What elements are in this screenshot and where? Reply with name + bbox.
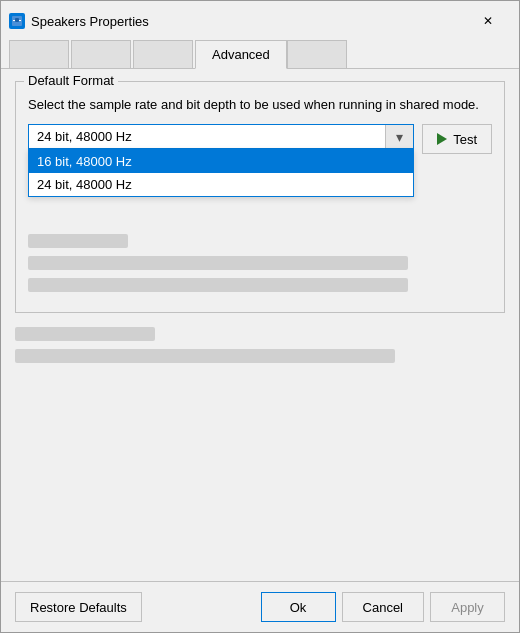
test-label: Test — [453, 132, 477, 147]
select-container: 24 bit, 48000 Hz ▾ 16 bit, 48000 Hz 24 b… — [28, 124, 414, 149]
title-bar-controls: ✕ — [465, 7, 511, 35]
play-icon — [437, 133, 447, 145]
test-button[interactable]: Test — [422, 124, 492, 154]
placeholder-bar-4 — [15, 327, 155, 341]
tab-1[interactable] — [9, 40, 69, 69]
placeholder-bar-2 — [28, 256, 408, 270]
select-value: 24 bit, 48000 Hz — [37, 129, 413, 144]
cancel-button[interactable]: Cancel — [342, 592, 424, 622]
description-text: Select the sample rate and bit depth to … — [28, 96, 492, 114]
svg-rect-2 — [15, 18, 19, 22]
group-legend: Default Format — [24, 73, 118, 88]
placeholder-bar-3 — [28, 278, 408, 292]
speakers-properties-window: Speakers Properties ✕ Advanced Default F… — [0, 0, 520, 633]
select-display[interactable]: 24 bit, 48000 Hz ▾ — [28, 124, 414, 149]
restore-defaults-button[interactable]: Restore Defaults — [15, 592, 142, 622]
tab-advanced[interactable]: Advanced — [195, 40, 287, 69]
ok-button[interactable]: Ok — [261, 592, 336, 622]
content-area: Default Format Select the sample rate an… — [1, 69, 519, 581]
tab-2[interactable] — [71, 40, 131, 69]
window-icon — [9, 13, 25, 29]
placeholder-bar-1 — [28, 234, 128, 248]
window-title: Speakers Properties — [31, 14, 465, 29]
dropdown-option-2[interactable]: 24 bit, 48000 Hz — [29, 173, 413, 196]
placeholder-section-1 — [28, 234, 492, 292]
footer: Restore Defaults Ok Cancel Apply — [1, 581, 519, 632]
placeholder-bar-5 — [15, 349, 395, 363]
apply-button[interactable]: Apply — [430, 592, 505, 622]
bottom-section — [15, 327, 505, 363]
dropdown-list: 16 bit, 48000 Hz 24 bit, 48000 Hz — [28, 149, 414, 197]
tab-3[interactable] — [133, 40, 193, 69]
select-row: 24 bit, 48000 Hz ▾ 16 bit, 48000 Hz 24 b… — [28, 124, 492, 154]
footer-buttons: Ok Cancel Apply — [261, 592, 505, 622]
close-button[interactable]: ✕ — [465, 7, 511, 35]
title-bar: Speakers Properties ✕ — [1, 1, 519, 39]
tab-5[interactable] — [287, 40, 347, 69]
tabs-bar: Advanced — [1, 39, 519, 69]
dropdown-option-1[interactable]: 16 bit, 48000 Hz — [29, 150, 413, 173]
default-format-group: Default Format Select the sample rate an… — [15, 81, 505, 313]
